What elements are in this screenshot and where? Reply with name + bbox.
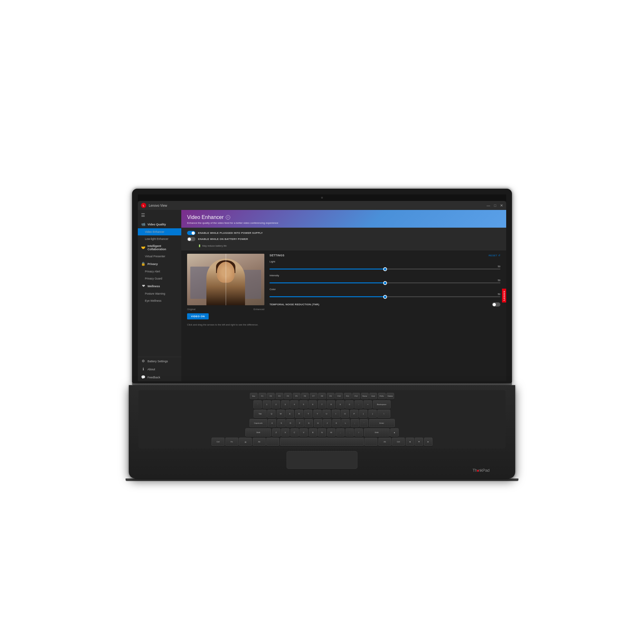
- key-d[interactable]: D: [286, 419, 295, 427]
- key-0[interactable]: 0: [345, 400, 354, 409]
- sidebar-item-video-quality[interactable]: 📹 Video Quality: [138, 220, 181, 228]
- key-u[interactable]: U: [322, 410, 331, 418]
- sidebar-item-video-enhancer[interactable]: Video Enhancer: [138, 228, 181, 235]
- key-rshift[interactable]: Shift: [364, 428, 390, 437]
- sidebar-item-privacy[interactable]: 🔒 Privacy: [138, 260, 181, 268]
- key-capslock[interactable]: CapsLock: [250, 419, 267, 427]
- key-6[interactable]: 6: [308, 400, 317, 409]
- key-alt-r[interactable]: Alt: [378, 438, 391, 446]
- key-s[interactable]: S: [277, 419, 286, 427]
- key-rbracket[interactable]: ]: [368, 410, 377, 418]
- key-f4[interactable]: F4: [284, 393, 292, 399]
- key-comma[interactable]: ,: [336, 428, 345, 437]
- key-k[interactable]: K: [332, 419, 341, 427]
- power-supply-toggle[interactable]: [187, 231, 195, 235]
- key-minus[interactable]: -: [355, 400, 363, 409]
- key-w[interactable]: W: [277, 410, 285, 418]
- key-v[interactable]: V: [299, 428, 308, 437]
- key-semicolon[interactable]: ;: [351, 419, 359, 427]
- key-3[interactable]: 3: [281, 400, 289, 409]
- key-tab[interactable]: Tab: [254, 410, 267, 418]
- key-b[interactable]: B: [309, 428, 317, 437]
- key-fn[interactable]: Fn: [225, 438, 238, 446]
- key-7[interactable]: 7: [318, 400, 326, 409]
- sidebar-menu-icon[interactable]: ☰: [138, 210, 181, 220]
- key-backtick[interactable]: `: [253, 400, 262, 409]
- info-icon[interactable]: ?: [226, 215, 230, 220]
- key-arrow-right[interactable]: ►: [424, 438, 432, 446]
- sidebar-item-posture-warning[interactable]: Posture Warning: [138, 290, 181, 297]
- key-2[interactable]: 2: [272, 400, 280, 409]
- video-on-button[interactable]: VIDEO ON: [187, 313, 209, 319]
- key-r[interactable]: R: [295, 410, 303, 418]
- key-5[interactable]: 5: [299, 400, 308, 409]
- key-c[interactable]: C: [290, 428, 299, 437]
- battery-power-toggle[interactable]: [187, 237, 195, 241]
- sidebar-item-about[interactable]: ℹ About: [138, 365, 181, 373]
- key-i[interactable]: I: [332, 410, 340, 418]
- key-enter[interactable]: Enter: [369, 419, 395, 427]
- sidebar-item-privacy-guard[interactable]: Privacy Guard: [138, 275, 181, 282]
- sidebar-item-intelligent-collab[interactable]: 🤝 Intelligent Collaboration: [138, 242, 181, 253]
- key-a[interactable]: A: [268, 419, 276, 427]
- reset-button[interactable]: RESET ↺: [488, 254, 500, 257]
- key-lshift[interactable]: Shift: [245, 428, 271, 437]
- key-1[interactable]: 1: [263, 400, 271, 409]
- key-win[interactable]: ⊞: [239, 438, 252, 446]
- key-o[interactable]: O: [341, 410, 349, 418]
- key-4[interactable]: 4: [290, 400, 298, 409]
- key-x[interactable]: X: [281, 428, 289, 437]
- key-q[interactable]: Q: [267, 410, 276, 418]
- key-lbracket[interactable]: [: [359, 410, 367, 418]
- key-z[interactable]: Z: [272, 428, 280, 437]
- key-period[interactable]: .: [346, 428, 354, 437]
- key-f2[interactable]: F2: [267, 393, 275, 399]
- sidebar-item-wellness[interactable]: ❤ Wellness: [138, 282, 181, 290]
- key-end[interactable]: End: [369, 393, 377, 399]
- key-l[interactable]: L: [341, 419, 350, 427]
- key-trackpoint-btn-l[interactable]: [266, 438, 279, 446]
- key-arrow-up[interactable]: ▲: [390, 428, 399, 437]
- key-quote[interactable]: ': [360, 419, 368, 427]
- key-y[interactable]: Y: [313, 410, 322, 418]
- sidebar-item-virtual-presenter[interactable]: Virtual Presenter: [138, 253, 181, 260]
- maximize-button[interactable]: □: [494, 204, 496, 207]
- key-arrow-left[interactable]: ◄: [406, 438, 414, 446]
- key-f9[interactable]: F9: [327, 393, 335, 399]
- key-9[interactable]: 9: [336, 400, 345, 409]
- key-backslash[interactable]: \: [377, 410, 390, 418]
- close-button[interactable]: ✕: [500, 204, 503, 208]
- key-n[interactable]: N: [318, 428, 326, 437]
- sidebar-item-feedback[interactable]: 💬 Feedback: [138, 373, 181, 381]
- key-trackpoint-btn-r[interactable]: [365, 438, 377, 446]
- sidebar-item-low-light[interactable]: Low-light Enhancer: [138, 235, 181, 242]
- key-f1[interactable]: F1: [259, 393, 266, 399]
- key-f12[interactable]: F12: [352, 393, 360, 399]
- key-arrow-down[interactable]: ▼: [415, 438, 423, 446]
- key-g[interactable]: G: [305, 419, 313, 427]
- key-ctrl-l[interactable]: Ctrl: [212, 438, 224, 446]
- key-ctrl-r[interactable]: Ctrl: [392, 438, 405, 446]
- tnr-toggle[interactable]: [492, 302, 500, 307]
- key-prtsc[interactable]: PrtSc: [378, 393, 386, 399]
- key-f6[interactable]: F6: [301, 393, 309, 399]
- key-f10[interactable]: F10: [335, 393, 343, 399]
- minimize-button[interactable]: —: [487, 204, 490, 207]
- key-slash[interactable]: /: [355, 428, 363, 437]
- sidebar-item-battery-settings[interactable]: ⚙ Battery Settings: [138, 357, 181, 365]
- trackpad[interactable]: [287, 451, 357, 469]
- key-equals[interactable]: =: [364, 400, 372, 409]
- key-home[interactable]: Home: [361, 393, 369, 399]
- key-h[interactable]: H: [314, 419, 322, 427]
- key-delete[interactable]: Delete: [386, 393, 394, 399]
- key-f5[interactable]: F5: [293, 393, 300, 399]
- key-f8[interactable]: F8: [318, 393, 326, 399]
- key-p[interactable]: P: [350, 410, 358, 418]
- key-f7[interactable]: F7: [310, 393, 317, 399]
- key-f[interactable]: F: [296, 419, 304, 427]
- sidebar-item-privacy-alert[interactable]: Privacy Alert: [138, 268, 181, 275]
- sidebar-item-eye-wellness[interactable]: Eye Wellness: [138, 297, 181, 304]
- key-alt-l[interactable]: Alt: [253, 438, 266, 446]
- key-8[interactable]: 8: [327, 400, 335, 409]
- key-j[interactable]: J: [323, 419, 331, 427]
